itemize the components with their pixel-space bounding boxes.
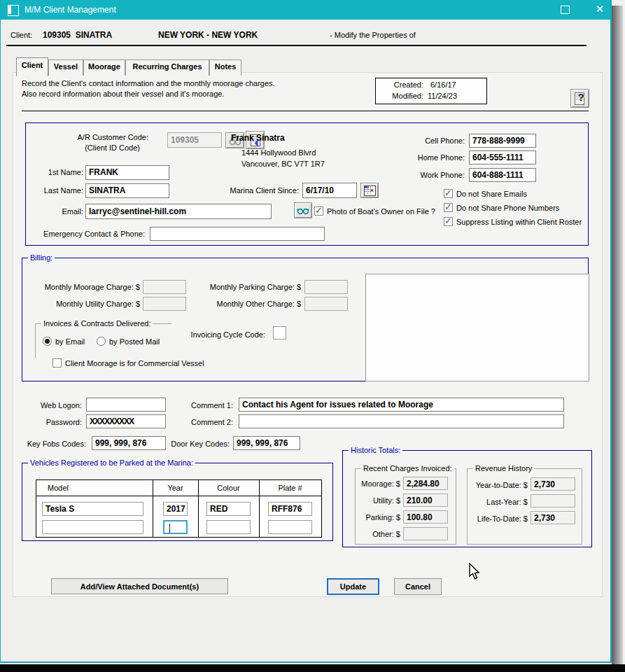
by-email-radio[interactable] [43, 337, 52, 346]
utility-charge-field[interactable] [143, 297, 186, 311]
other-charge-label: Monthly Other Charge: $ [201, 300, 301, 308]
tab-recurring-charges[interactable]: Recurring Charges [125, 59, 209, 76]
address-line2: Vancouver, BC V7T 1R7 [241, 160, 325, 168]
vehicle1-year-field[interactable]: 2017 [163, 502, 188, 516]
intro-line2: Also record information about their vess… [22, 90, 224, 98]
billing-notes-box[interactable] [365, 274, 589, 382]
client-location: NEW YORK - NEW YORK [158, 30, 258, 40]
invoicing-cycle-field[interactable] [273, 326, 286, 340]
door-keys-field[interactable]: 999, 999, 876 [233, 436, 300, 450]
recent-utility-label: Utility: $ [356, 496, 400, 505]
recent-moorage-field[interactable]: 2,284.80 [403, 477, 448, 490]
vehicle1-plate-field[interactable]: RFF876 [268, 502, 312, 516]
ar-code-field[interactable]: 109305 [167, 132, 222, 148]
created-value: 6/16/17 [430, 80, 456, 89]
ar-code-label: A/R Customer Code: [40, 133, 148, 141]
view-photo-button[interactable] [294, 202, 312, 218]
tab-moorage[interactable]: Moorage [83, 59, 125, 76]
comment1-field[interactable]: Contact his Agent for issues related to … [239, 398, 564, 412]
since-field[interactable]: 6/17/10 [302, 183, 357, 198]
cell-phone-label: Cell Phone: [402, 136, 465, 145]
vehicle2-colour-field[interactable] [206, 520, 251, 534]
col-model: Model [48, 484, 69, 492]
invoicing-cycle-label: Invoicing Cycle Code: [187, 330, 265, 339]
recent-utility-field[interactable]: 210.00 [403, 493, 448, 507]
email-field[interactable]: larryc@sentinel-hill.com [85, 204, 272, 219]
parking-charge-field[interactable] [304, 280, 348, 294]
vehicle2-plate-field[interactable] [268, 520, 312, 534]
photo-checkbox[interactable] [314, 206, 323, 216]
vehicle2-year-field[interactable] [163, 520, 188, 534]
maximize-icon[interactable] [561, 6, 570, 14]
email-label: Email: [33, 207, 83, 216]
web-logon-field[interactable] [86, 398, 166, 412]
password-label: Password: [29, 418, 82, 426]
revenue-history-legend: Revenue History [473, 464, 534, 472]
last-year-field[interactable] [531, 494, 575, 507]
comment2-field[interactable] [239, 414, 564, 428]
first-name-field[interactable]: FRANK [85, 165, 169, 180]
vehicles-legend: Vehicles Registered to be Parked at the … [28, 458, 195, 467]
moorage-charge-field[interactable] [143, 280, 186, 294]
title-bar[interactable]: M/M Client Management ✕ [1, 0, 610, 20]
suppress-roster-checkbox[interactable] [444, 217, 453, 226]
vehicle1-colour-field[interactable]: RED [206, 502, 251, 516]
comment1-label: Comment 1: [184, 401, 233, 410]
key-fobs-field[interactable]: 999, 999, 876 [92, 436, 166, 450]
commercial-vessel-label: Client Moorage is for Commercial Vessel [65, 359, 204, 368]
photo-checkbox-label: Photo of Boat's Owner on File ? [327, 207, 435, 216]
emergency-field[interactable] [150, 227, 325, 241]
close-icon[interactable]: ✕ [593, 3, 607, 15]
col-year: Year [153, 484, 198, 492]
modify-note: - Modify the Properties of [330, 31, 416, 39]
ltd-field[interactable]: 2,730 [531, 511, 575, 524]
last-name-label: Last Name: [33, 186, 83, 195]
revenue-history-group: Revenue History Year-to-Date: $ 2,730 La… [467, 464, 582, 545]
ltd-label: Life-To-Date: $ [468, 514, 528, 523]
help-icon: ? [574, 92, 587, 106]
no-share-phones-checkbox[interactable] [444, 203, 453, 212]
calendar-button[interactable] [360, 183, 379, 198]
utility-charge-label: Monthly Utility Charge: $ [40, 300, 140, 308]
tab-client[interactable]: Client [16, 57, 48, 76]
vehicle1-model-field[interactable]: Tesla S [42, 502, 143, 516]
client-id-name: 109305 SINATRA [43, 30, 112, 40]
app-window: M/M Client Management ✕ Client: 109305 S… [0, 0, 612, 663]
no-share-phones-label: Do not Share Phone Numbers [456, 204, 559, 212]
first-name-label: 1st Name: [33, 168, 83, 176]
password-field[interactable]: XXXXXXXXX [86, 414, 166, 428]
col-plate: Plate # [259, 484, 321, 492]
text-caret [169, 524, 170, 533]
historic-totals-legend: Historic Totals: [349, 446, 402, 454]
last-name-field[interactable]: SINATRA [85, 183, 169, 198]
vehicle2-model-field[interactable] [42, 520, 143, 534]
no-share-emails-checkbox[interactable] [444, 189, 453, 198]
update-button[interactable]: Update [327, 578, 379, 595]
home-phone-field[interactable]: 604-555-1111 [469, 150, 536, 164]
attach-documents-button[interactable]: Add/View Attached Document(s) [51, 578, 228, 594]
recent-other-field[interactable] [403, 527, 448, 540]
by-email-label: by Email [55, 337, 85, 346]
created-label: Created: [380, 80, 423, 89]
work-phone-label: Work Phone: [402, 171, 465, 179]
window-shadow [612, 6, 623, 664]
emergency-label: Emergency Contact & Phone: [40, 230, 145, 238]
other-charge-field[interactable] [304, 297, 348, 311]
work-phone-field[interactable]: 604-888-1111 [469, 168, 536, 182]
recent-parking-field[interactable]: 100.80 [403, 510, 448, 524]
help-button[interactable]: ? [570, 89, 589, 108]
display-name: Frank Sinatra [231, 133, 285, 143]
client-label: Client: [10, 31, 32, 39]
vehicles-fieldset: Vehicles Registered to be Parked at the … [22, 458, 333, 541]
historic-totals-fieldset: Historic Totals: Recent Charges Invoiced… [342, 446, 592, 547]
ytd-field[interactable]: 2,730 [531, 477, 575, 491]
cancel-button[interactable]: Cancel [394, 578, 442, 595]
address-line1: 1444 Hollywood Blvrd [241, 148, 316, 157]
tab-notes[interactable]: Notes [209, 59, 241, 76]
delivery-group: Invoices & Contracts Delivered: by Email… [35, 319, 171, 358]
recent-charges-group: Recent Charges Invoiced: Moorage: $ 2,28… [355, 464, 456, 545]
by-posted-mail-radio[interactable] [97, 337, 106, 346]
commercial-vessel-checkbox[interactable] [52, 358, 62, 368]
tab-vessel[interactable]: Vessel [48, 59, 83, 76]
cell-phone-field[interactable]: 778-888-9999 [469, 134, 536, 148]
